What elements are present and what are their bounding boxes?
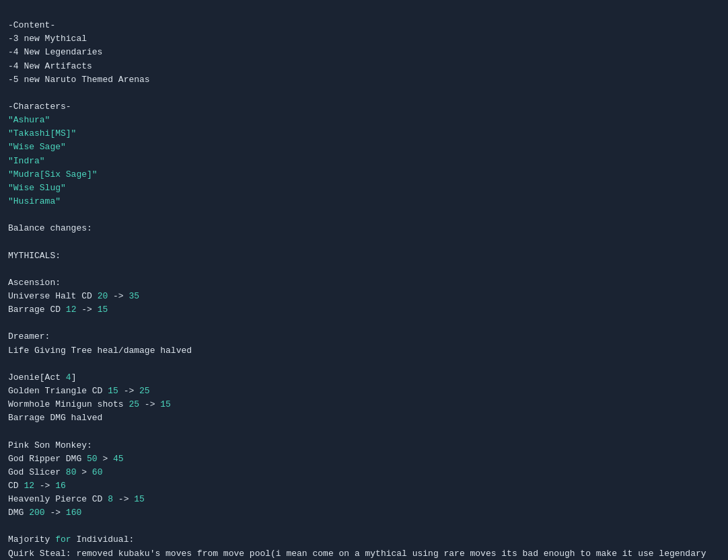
heavenly-new: 15 bbox=[134, 494, 145, 504]
wormhole-arrow: -> bbox=[139, 399, 160, 409]
wormhole-new: 15 bbox=[160, 399, 171, 409]
content-rest: -5 new Naruto Themed Arenas -Characters- bbox=[8, 75, 150, 112]
god-slicer-arrow: > bbox=[76, 467, 92, 477]
golden-cd-old: 15 bbox=[108, 386, 118, 396]
cd-new: 16 bbox=[55, 481, 66, 491]
wormhole-text: Wormhole Minigun shots bbox=[8, 399, 129, 409]
ascension-barrage: Barrage CD bbox=[8, 305, 66, 315]
god-slicer-text: God Slicer bbox=[8, 467, 66, 477]
heavenly-text: Heavenly Pierce CD bbox=[8, 494, 108, 504]
ascension-cd-new: 35 bbox=[129, 291, 139, 301]
dmg-old: 200 bbox=[29, 508, 44, 518]
blank-line-1: Balance changes: MYTHICALS: Ascension: U… bbox=[8, 223, 98, 301]
heavenly-old: 8 bbox=[108, 494, 113, 504]
cd-old: 12 bbox=[24, 481, 34, 491]
god-ripper-old: 50 bbox=[87, 454, 98, 464]
character-wise-slug: "Wise Slug" bbox=[8, 183, 66, 193]
majority-text: Majority bbox=[8, 534, 55, 545]
character-mudra: "Mudra[Six Sage]" bbox=[8, 169, 98, 179]
god-slicer-new: 60 bbox=[92, 467, 103, 477]
character-wise-sage: "Wise Sage" bbox=[8, 142, 66, 152]
god-ripper-arrow: > bbox=[98, 454, 113, 464]
character-indra: "Indra" bbox=[8, 156, 45, 166]
artifacts-label: Artifacts bbox=[45, 61, 92, 71]
god-slicer-old: 80 bbox=[66, 467, 77, 477]
dmg-arrow: -> bbox=[45, 508, 66, 518]
golden-arrow: -> bbox=[118, 386, 139, 396]
individual-text: Individual: Quirk Steal: removed kubaku'… bbox=[8, 534, 711, 560]
wormhole-old: 25 bbox=[129, 399, 139, 409]
cd-arrow: -> bbox=[34, 481, 55, 491]
joenie-act: 4 bbox=[66, 372, 71, 383]
god-ripper-new: 45 bbox=[113, 454, 124, 464]
character-takashi: "Takashi[MS]" bbox=[8, 128, 76, 138]
ascension-arrow1: -> bbox=[108, 291, 129, 301]
dmg-text: DMG bbox=[8, 508, 29, 518]
main-content: -Content- -3 new Mythical -4 New Legenda… bbox=[8, 5, 720, 560]
heavenly-arrow: -> bbox=[113, 494, 134, 504]
character-ashura: "Ashura" bbox=[8, 115, 50, 125]
barrage-cd-new: 15 bbox=[98, 305, 108, 315]
character-husirama: "Husirama" bbox=[8, 196, 61, 206]
barrage-cd-old: 12 bbox=[66, 305, 77, 315]
ascension-cd-old: 20 bbox=[98, 291, 108, 301]
cd-text: CD bbox=[8, 481, 24, 491]
dreamer-section: Dreamer: Life Giving Tree heal/damage ha… bbox=[8, 331, 192, 382]
dmg-new: 160 bbox=[66, 508, 81, 518]
for-keyword: for bbox=[55, 534, 71, 545]
barrage-arrow1: -> bbox=[76, 305, 97, 315]
golden-cd-new: 25 bbox=[139, 386, 150, 396]
